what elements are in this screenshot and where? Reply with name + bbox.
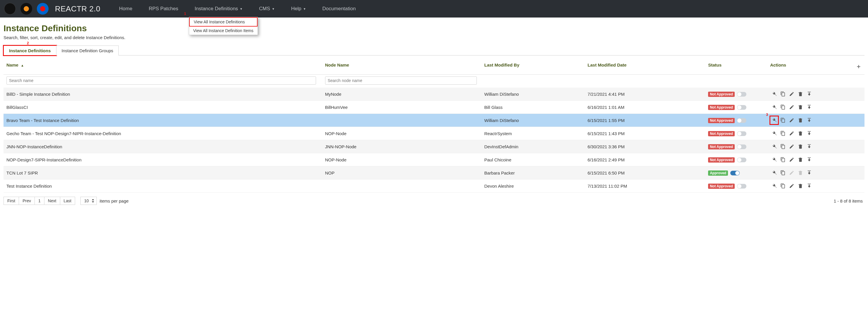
table-row[interactable]: BillD - Simple Instance DefinitionMyNode… xyxy=(3,87,865,101)
table-row[interactable]: JNN-NOP-InstanceDefinitionJNN-NOP-NodeDe… xyxy=(3,140,865,153)
trash-icon[interactable] xyxy=(796,90,805,98)
trash-icon[interactable] xyxy=(796,155,805,164)
approve-toggle[interactable] xyxy=(737,105,746,110)
copy-icon[interactable] xyxy=(779,116,787,124)
nav-instance-definitions[interactable]: Instance Definitions ▼ 1 View All Instan… xyxy=(189,0,248,17)
table-row[interactable]: Gecho Team - Test NOP-Design7-NIPR-Insta… xyxy=(3,127,865,140)
cell-status: Not Approved xyxy=(705,101,767,114)
wrench-icon[interactable] xyxy=(770,90,778,98)
edit-icon[interactable] xyxy=(787,103,796,111)
cell-name: JNN-NOP-InstanceDefinition xyxy=(3,140,322,153)
cell-node-name: NOP-Node xyxy=(322,153,482,166)
nav-documentation[interactable]: Documentation xyxy=(317,0,362,17)
dropdown-view-all-instance-definitions[interactable]: View All Instance Definitions xyxy=(189,17,257,27)
copy-icon[interactable] xyxy=(779,90,787,98)
approve-toggle[interactable] xyxy=(737,92,746,97)
pager-first-button[interactable]: First xyxy=(3,197,19,205)
pager-items-per-page-label: items per page xyxy=(100,199,129,204)
download-icon[interactable] xyxy=(805,169,813,177)
edit-icon[interactable] xyxy=(787,129,796,138)
edit-icon[interactable] xyxy=(787,155,796,164)
edit-icon xyxy=(787,169,796,177)
edit-icon[interactable] xyxy=(787,116,796,124)
col-header-status[interactable]: Status xyxy=(705,58,767,75)
cell-last-modified-date: 7/13/2021 11:02 PM xyxy=(585,179,705,192)
wrench-icon[interactable] xyxy=(770,155,778,164)
filter-name-input[interactable] xyxy=(6,76,316,85)
pager-page-number[interactable]: 1 xyxy=(35,197,44,205)
brand-title: REACTR 2.0 xyxy=(55,4,100,13)
download-icon[interactable] xyxy=(805,182,813,190)
cell-name: Test Instance Definition xyxy=(3,179,322,192)
chevron-down-icon: ▼ xyxy=(240,7,243,10)
cell-last-modified-by: Bill Glass xyxy=(481,101,584,114)
cell-last-modified-date: 7/21/2021 4:41 PM xyxy=(585,87,705,101)
pager-next-button[interactable]: Next xyxy=(44,197,60,205)
copy-icon[interactable] xyxy=(779,129,787,138)
cell-name: BillGlassCI xyxy=(3,101,322,114)
copy-icon[interactable] xyxy=(779,155,787,164)
nav-home[interactable]: Home xyxy=(113,0,138,17)
edit-icon[interactable] xyxy=(787,90,796,98)
download-icon[interactable] xyxy=(805,103,813,111)
table-row[interactable]: Bravo Team - Test Instance DefinitionWil… xyxy=(3,114,865,127)
table-row[interactable]: TCN Lot 7 SIPRNOPBarbara Packer6/15/2021… xyxy=(3,166,865,179)
table-row[interactable]: BillGlassCIBillHumVeeBill Glass6/16/2021… xyxy=(3,101,865,114)
trash-icon[interactable] xyxy=(796,103,805,111)
add-icon[interactable]: ＋ xyxy=(856,63,862,70)
approve-toggle[interactable] xyxy=(737,118,746,123)
cell-status: Not Approved xyxy=(705,179,767,192)
pager-page-size-select[interactable]: 10 xyxy=(81,197,97,205)
col-header-last-modified-by[interactable]: Last Modified By xyxy=(481,58,584,75)
status-badge: Not Approved xyxy=(708,118,735,123)
approve-toggle[interactable] xyxy=(737,144,746,149)
status-badge: Not Approved xyxy=(708,144,735,149)
copy-icon[interactable] xyxy=(779,182,787,190)
wrench-icon[interactable] xyxy=(770,103,778,111)
download-icon[interactable] xyxy=(805,116,813,124)
nav-rps-patches[interactable]: RPS Patches xyxy=(143,0,184,17)
wrench-icon[interactable] xyxy=(770,182,778,190)
pager-prev-button[interactable]: Prev xyxy=(19,197,35,205)
col-header-name[interactable]: Name ▲ xyxy=(3,58,322,75)
cell-actions xyxy=(767,101,865,114)
approve-toggle[interactable] xyxy=(730,171,740,175)
status-badge: Not Approved xyxy=(708,92,735,97)
copy-icon[interactable] xyxy=(779,103,787,111)
trash-icon[interactable] xyxy=(796,142,805,151)
col-header-last-modified-date[interactable]: Last Modified Date xyxy=(585,58,705,75)
edit-icon[interactable] xyxy=(787,182,796,190)
wrench-icon[interactable] xyxy=(770,129,778,138)
approve-toggle[interactable] xyxy=(737,157,746,162)
dropdown-view-all-instance-definition-items[interactable]: View All Instance Definition Items xyxy=(189,27,257,35)
filter-row xyxy=(3,75,865,88)
download-icon[interactable] xyxy=(805,155,813,164)
trash-icon[interactable] xyxy=(796,182,805,190)
download-icon[interactable] xyxy=(805,129,813,138)
instance-definitions-table: Name ▲ Node Name Last Modified By Last M… xyxy=(3,58,865,192)
edit-icon[interactable] xyxy=(787,142,796,151)
approve-toggle[interactable] xyxy=(737,184,746,188)
download-icon[interactable] xyxy=(805,142,813,151)
table-row[interactable]: Test Instance DefinitionDevon Aleshire7/… xyxy=(3,179,865,192)
cell-last-modified-by: William DiStefano xyxy=(481,114,584,127)
wrench-icon[interactable] xyxy=(770,116,778,124)
trash-icon[interactable] xyxy=(796,116,805,124)
nav-help[interactable]: Help ▼ xyxy=(285,0,312,17)
copy-icon[interactable] xyxy=(779,142,787,151)
tab-instance-definition-groups[interactable]: Instance Definition Groups xyxy=(56,45,119,56)
filter-node-name-input[interactable] xyxy=(325,76,477,85)
table-row[interactable]: NOP-Design7-SIPR-InstanceDefinitionNOP-N… xyxy=(3,153,865,166)
wrench-icon[interactable] xyxy=(770,169,778,177)
wrench-icon[interactable] xyxy=(770,142,778,151)
tab-instance-definitions[interactable]: Instance Definitions xyxy=(3,45,56,56)
download-icon[interactable] xyxy=(805,90,813,98)
page-subtitle: Search, filter, sort, create, edit, and … xyxy=(3,35,865,40)
copy-icon[interactable] xyxy=(779,169,787,177)
col-header-node-name[interactable]: Node Name xyxy=(322,58,482,75)
trash-icon[interactable] xyxy=(796,129,805,138)
approve-toggle[interactable] xyxy=(737,131,746,136)
nav-cms[interactable]: CMS ▼ xyxy=(253,0,281,17)
status-badge: Not Approved xyxy=(708,105,735,110)
pager-last-button[interactable]: Last xyxy=(60,197,75,205)
